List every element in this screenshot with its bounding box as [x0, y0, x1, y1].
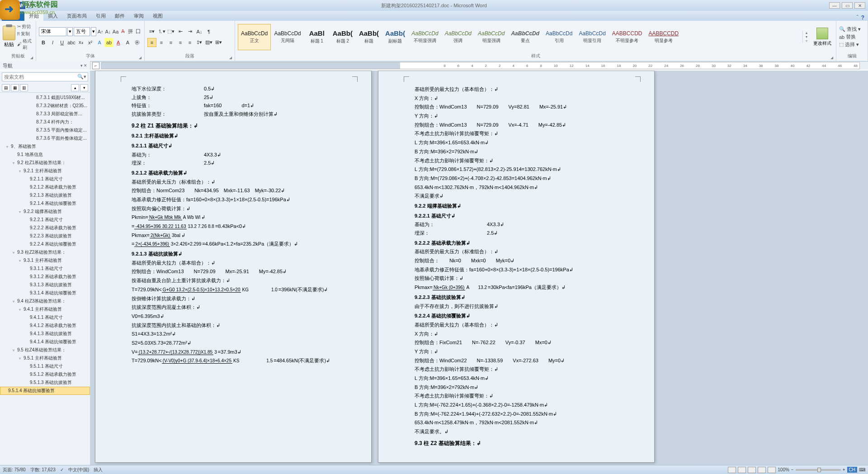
style-item[interactable]: AaBbCcDd正文 — [238, 24, 271, 50]
style-item[interactable]: AaBbCcDd明显强调 — [475, 24, 508, 50]
ribbon-tab[interactable]: 视图 — [148, 11, 167, 21]
ribbon-tab[interactable]: 引用 — [91, 11, 110, 21]
styles-launcher-icon[interactable]: ◢ — [830, 56, 833, 60]
qat-dropdown-icon[interactable]: ▾ — [51, 2, 58, 9]
style-item[interactable]: AaBb(标题 2 — [330, 24, 356, 50]
nav-pane-title: 导航 — [3, 62, 13, 69]
phonetic-icon[interactable]: 拼 — [127, 27, 134, 36]
font-name-combo[interactable]: 宋体 — [39, 27, 66, 36]
ribbon-tab[interactable]: 插入 — [43, 11, 62, 21]
horizontal-ruler[interactable]: 8642246810121416182022242628303234363840… — [101, 62, 860, 69]
ruler-toggle-icon[interactable]: ⌐ — [92, 62, 99, 69]
font-group: 宋体 ▾ 五号 ▾ A↑ A↓ Aa A̶ 拼 囗 B I U abc x₂ x… — [36, 21, 145, 61]
italic-button[interactable]: I — [48, 38, 57, 47]
borders-icon[interactable]: ⊞▾ — [214, 38, 223, 47]
cut-button[interactable]: ✂ 剪切 — [17, 24, 33, 30]
font-size-combo[interactable]: 五号 — [74, 27, 90, 36]
align-left-icon[interactable]: ≡ — [147, 38, 156, 47]
styles-more[interactable]: ▴▾▿ — [802, 31, 810, 43]
style-item[interactable]: AaBl标题 1 — [304, 24, 330, 50]
sort-icon[interactable]: A↓ — [195, 27, 204, 36]
find-button[interactable]: 🔍 查找 ▾ — [839, 26, 861, 33]
align-center-icon[interactable]: ≡ — [157, 38, 166, 47]
clipboard-group: 粘贴 ✂ 剪切 ⎘ 复制 🖌 格式刷 剪贴板◢ — [0, 21, 36, 61]
minimize-ribbon-icon[interactable]: ˆ — [857, 14, 859, 21]
document-title: 新建构架20160225140217.doc - Microsoft Word — [381, 2, 487, 9]
paste-icon — [3, 26, 15, 40]
align-justify-icon[interactable]: ≡ — [176, 38, 185, 47]
multilevel-icon[interactable]: ⬚▾ — [166, 27, 175, 36]
quick-access-toolbar: W 💾 ↶ ↷ ▾ — [0, 2, 58, 9]
ruler-row: 导航 ▾✕ ⌐ 86422468101214161820222426283032… — [0, 62, 868, 70]
show-marks-icon[interactable]: ¶ — [204, 27, 213, 36]
title-bar: W 💾 ↶ ↷ ▾ 新建构架20160225140217.doc - Micro… — [0, 0, 868, 11]
style-item[interactable]: AaBb(标题 — [356, 24, 382, 50]
highlight-icon[interactable]: ab — [104, 38, 113, 47]
shrink-font-icon[interactable]: A↓ — [104, 27, 111, 36]
align-distribute-icon[interactable]: ≡ — [185, 38, 194, 47]
replace-button[interactable]: ab 替换 — [839, 33, 861, 40]
nav-dropdown-icon[interactable]: ▾ — [80, 63, 83, 68]
file-tab[interactable]: 文件 — [2, 11, 24, 21]
paragraph-group: ≡▾ ⒈▾ ⬚▾ ⇤ ⇥ A↓ ¶ ≡ ≡ ≡ ≡ ≡ ‡▾ ▨▾ ⊞▾ 段落◢ — [145, 21, 235, 61]
minimize-button[interactable]: — — [829, 2, 840, 9]
style-item[interactable]: AaBbCcDd明显引用 — [576, 24, 609, 50]
align-right-icon[interactable]: ≡ — [166, 38, 175, 47]
word-icon: W — [18, 2, 25, 9]
change-styles-button[interactable]: 更改样式 — [811, 28, 833, 47]
grow-font-icon[interactable]: A↑ — [97, 27, 104, 36]
ribbon-tab[interactable]: 开始 — [24, 11, 43, 21]
style-item[interactable]: AaBbCcDd引用 — [542, 24, 576, 50]
nav-close-icon[interactable]: ✕ — [84, 63, 87, 68]
superscript-button[interactable]: x² — [86, 38, 95, 47]
shading-icon[interactable]: ▨▾ — [204, 38, 213, 47]
font-size-dropdown-icon[interactable]: ▾ — [91, 27, 96, 36]
enclose-char-icon[interactable]: ㊑ — [132, 38, 142, 47]
restore-button[interactable]: ▭ — [842, 2, 853, 9]
ribbon: 粘贴 ✂ 剪切 ⎘ 复制 🖌 格式刷 剪贴板◢ 宋体 ▾ 五号 ▾ A↑ A↓ … — [0, 21, 868, 62]
text-effect-icon[interactable]: A — [95, 38, 104, 47]
clear-format-icon[interactable]: A̶ — [120, 27, 127, 36]
styles-group: AaBbCcDd正文AaBbCcDd无间隔AaBl标题 1AaBb(标题 2Aa… — [235, 21, 836, 61]
font-launcher-icon[interactable]: ◢ — [139, 56, 142, 60]
style-item[interactable]: AaBbCcDd要点 — [508, 24, 542, 50]
strike-button[interactable]: abc — [67, 38, 76, 47]
select-button[interactable]: ⬚ 选择 ▾ — [839, 41, 861, 48]
indent-inc-icon[interactable]: ⇥ — [185, 27, 194, 36]
ribbon-tabs: 文件 开始插入页面布局引用邮件审阅视图 ˆ ? — [0, 11, 868, 21]
style-item[interactable]: AaBbCcDd无间隔 — [271, 24, 304, 50]
underline-button[interactable]: U — [57, 38, 66, 47]
font-color-icon[interactable]: A — [114, 38, 123, 47]
style-item[interactable]: AABBCCDD明显参考 — [646, 24, 682, 50]
numbering-icon[interactable]: ⒈▾ — [157, 27, 166, 36]
styles-gallery[interactable]: AaBbCcDd正文AaBbCcDd无间隔AaBl标题 1AaBb(标题 2Aa… — [238, 24, 801, 50]
style-item[interactable]: AaBbCcDd强调 — [442, 24, 475, 50]
save-icon[interactable]: 💾 — [26, 2, 33, 9]
char-shading-icon[interactable]: A — [123, 38, 132, 47]
font-name-dropdown-icon[interactable]: ▾ — [67, 27, 73, 36]
redo-icon[interactable]: ↷ — [42, 2, 50, 9]
editing-group: 🔍 查找 ▾ ab 替换 ⬚ 选择 ▾ 编辑 — [836, 21, 868, 61]
ribbon-tab[interactable]: 页面布局 — [62, 11, 91, 21]
close-button[interactable]: ✕ — [854, 2, 865, 9]
indent-dec-icon[interactable]: ⇤ — [176, 27, 185, 36]
format-painter-button[interactable]: 🖌 格式刷 — [17, 38, 33, 51]
change-styles-icon — [816, 28, 828, 39]
bullets-icon[interactable]: ≡▾ — [147, 27, 156, 36]
char-border-icon[interactable]: 囗 — [135, 27, 142, 36]
bold-button[interactable]: B — [39, 38, 48, 47]
style-item[interactable]: AaBbCcDd不明显强调 — [408, 24, 441, 50]
paragraph-launcher-icon[interactable]: ◢ — [229, 56, 232, 60]
help-icon[interactable]: ? — [861, 14, 864, 21]
line-spacing-icon[interactable]: ‡▾ — [195, 38, 204, 47]
subscript-button[interactable]: x₂ — [76, 38, 85, 47]
ribbon-tab[interactable]: 邮件 — [110, 11, 129, 21]
copy-button[interactable]: ⎘ 复制 — [17, 31, 33, 37]
style-item[interactable]: AaBb(副标题 — [382, 24, 408, 50]
ribbon-tab[interactable]: 审阅 — [129, 11, 148, 21]
style-item[interactable]: AABBCCDD不明显参考 — [609, 24, 646, 50]
clipboard-launcher-icon[interactable]: ◢ — [30, 56, 33, 60]
paste-button[interactable]: 粘贴 — [3, 26, 15, 48]
change-case-icon[interactable]: Aa — [112, 27, 119, 36]
undo-icon[interactable]: ↶ — [34, 2, 42, 9]
